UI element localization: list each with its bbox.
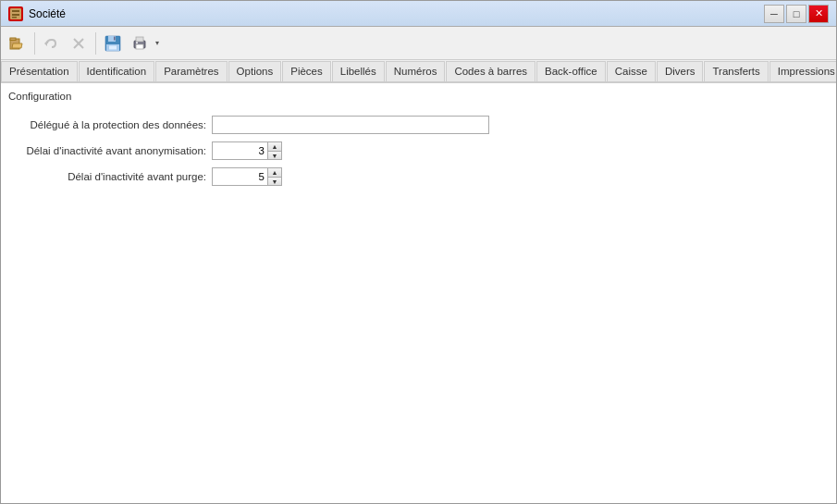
main-window: Société ─ □ ✕ (0, 0, 837, 504)
window-controls: ─ □ ✕ (764, 5, 829, 23)
content-area: Configuration Délégué à la protection de… (1, 83, 836, 503)
svg-rect-2 (12, 14, 19, 16)
tab-caisse[interactable]: Caisse (607, 61, 656, 82)
svg-rect-17 (136, 42, 138, 43)
delegue-input[interactable] (212, 116, 489, 134)
tab-divers[interactable]: Divers (657, 61, 704, 82)
tab-transferts[interactable]: Transferts (704, 61, 768, 82)
tab-presentation[interactable]: Présentation (1, 61, 78, 82)
window-title: Société (29, 7, 764, 20)
purge-row: Délai d'inactivité avant purge: ▲ ▼ (8, 166, 829, 187)
undo-button[interactable] (39, 31, 65, 56)
svg-rect-5 (10, 38, 16, 41)
toolbar-sep-2 (95, 32, 96, 55)
purge-input[interactable] (212, 167, 267, 186)
app-icon (8, 6, 23, 21)
purge-spinner: ▲ ▼ (212, 167, 282, 186)
print-dropdown-arrow[interactable]: ▾ (153, 31, 162, 56)
svg-rect-3 (12, 17, 17, 18)
titlebar: Société ─ □ ✕ (1, 1, 836, 27)
svg-rect-15 (136, 37, 143, 42)
tab-back-office[interactable]: Back-office (536, 61, 606, 82)
purge-label: Délai d'inactivité avant purge: (8, 171, 212, 182)
tab-options[interactable]: Options (228, 61, 282, 82)
form-grid: Délégué à la protection des données: Dél… (8, 111, 829, 191)
purge-down-button[interactable]: ▼ (267, 177, 282, 186)
section-title: Configuration (8, 91, 829, 102)
svg-rect-11 (114, 36, 116, 40)
delegue-row: Délégué à la protection des données: (8, 115, 829, 135)
toolbar-sep-1 (34, 32, 35, 55)
tab-identification[interactable]: Identification (79, 61, 155, 82)
save-button[interactable] (100, 31, 126, 56)
tab-parametres[interactable]: Paramètres (155, 61, 227, 82)
purge-up-button[interactable]: ▲ (267, 167, 282, 177)
tabs-bar: PrésentationIdentificationParamètresOpti… (1, 60, 836, 83)
tab-codes-barres[interactable]: Codes à barres (446, 61, 535, 82)
open-button[interactable] (5, 31, 31, 56)
anonymisation-label: Délai d'inactivité avant anonymisation: (8, 145, 212, 156)
print-main-button[interactable] (127, 31, 153, 56)
minimize-button[interactable]: ─ (764, 5, 784, 23)
anonymisation-down-button[interactable]: ▼ (267, 151, 282, 160)
svg-marker-6 (44, 41, 47, 46)
tab-impressions[interactable]: Impressions (769, 61, 836, 82)
tab-pieces[interactable]: Pièces (282, 61, 331, 82)
tab-libelles[interactable]: Libellés (332, 61, 385, 82)
toolbar: ▾ (1, 27, 836, 60)
close-button[interactable]: ✕ (808, 5, 829, 23)
anonymisation-up-button[interactable]: ▲ (267, 141, 282, 151)
cancel-button[interactable] (66, 31, 92, 56)
svg-rect-16 (136, 44, 143, 49)
svg-rect-13 (109, 45, 117, 49)
maximize-button[interactable]: □ (786, 5, 806, 23)
anonymisation-spinner: ▲ ▼ (212, 141, 282, 160)
anonymisation-row: Délai d'inactivité avant anonymisation: … (8, 141, 829, 161)
anonymisation-spinner-buttons: ▲ ▼ (267, 141, 282, 160)
tab-numeros[interactable]: Numéros (386, 61, 446, 82)
purge-spinner-buttons: ▲ ▼ (267, 167, 282, 186)
svg-rect-1 (12, 10, 19, 12)
anonymisation-input[interactable] (212, 141, 267, 160)
print-split-button[interactable]: ▾ (127, 31, 162, 56)
delegue-label: Délégué à la protection des données: (8, 119, 212, 130)
